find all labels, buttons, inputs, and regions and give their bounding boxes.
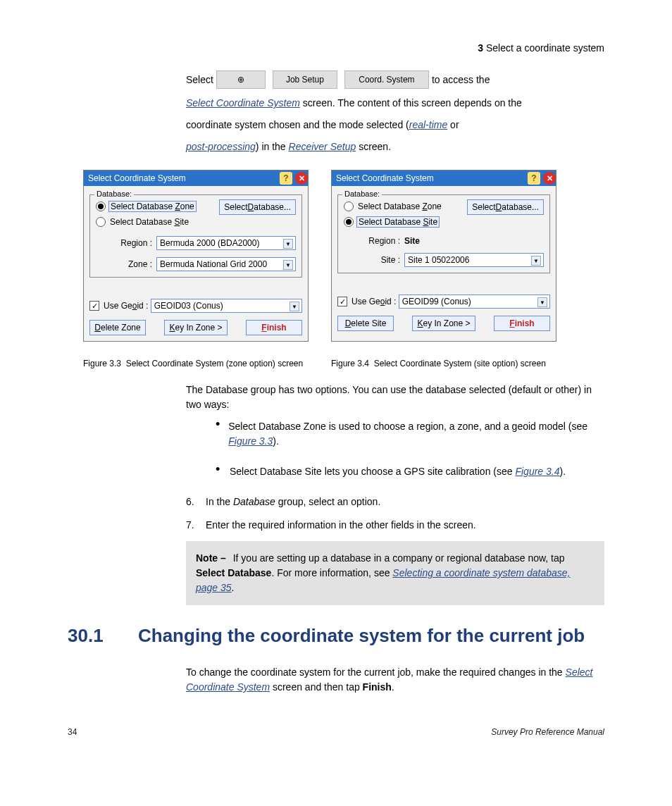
radio-label: Select Database Zone xyxy=(356,202,443,211)
geoid-value: GEOID03 (Conus) xyxy=(154,301,223,311)
label-region: Region : xyxy=(344,236,404,246)
close-icon[interactable]: ✕ xyxy=(295,172,308,185)
finish-button[interactable]: Finish xyxy=(494,316,550,331)
subsection-title: Changing the coordinate system for the c… xyxy=(138,625,585,647)
geoid-value: GEOID99 (Conus) xyxy=(402,297,471,306)
link-post-processing[interactable]: post-processing xyxy=(186,141,256,152)
footer-title: Survey Pro Reference Manual xyxy=(491,727,604,737)
link-real-time[interactable]: real-time xyxy=(409,119,447,130)
page-footer: 34 Survey Pro Reference Manual xyxy=(68,727,604,737)
menu-icon-button[interactable]: ⊕ xyxy=(216,70,266,89)
site-select[interactable]: Site 1 05022006 ▼ xyxy=(404,253,544,267)
radio-select-zone[interactable]: Select Database Zone xyxy=(96,199,197,213)
finish-button[interactable]: Finish xyxy=(246,320,302,335)
link-figure-3-3[interactable]: Figure 3.3 xyxy=(228,435,273,447)
use-geoid-checkbox[interactable]: ✓ xyxy=(89,301,99,311)
link-receiver-setup[interactable]: Receiver Setup xyxy=(289,141,356,152)
txt: Select xyxy=(186,73,213,87)
radio-label: Select Database Zone xyxy=(108,201,197,212)
label-zone: Zone : xyxy=(96,259,156,269)
region-value: Bermuda 2000 (BDA2000) xyxy=(160,238,259,248)
database-group: Database: Select Database Zone Select Da… xyxy=(337,194,550,273)
txt: . xyxy=(392,681,394,693)
menu-item-coordsystem[interactable]: Coord. System xyxy=(344,70,429,89)
instruction-line: coordinate system chosen and the mode se… xyxy=(186,118,604,132)
menu-item-jobsetup[interactable]: Job Setup xyxy=(273,70,337,89)
figure-caption-left: Figure 3.3 Select Coordinate System (zon… xyxy=(83,357,309,370)
delete-site-button[interactable]: Delete Site xyxy=(337,316,394,331)
instruction-line: post-processing) in the Receiver Setup s… xyxy=(186,140,604,154)
titlebar: Select Coordinate System ? ✕ xyxy=(332,170,556,186)
txt: Select Database Zone is used to choose a… xyxy=(228,421,587,432)
txt: In the xyxy=(206,496,233,507)
subsection-header: 30.1 Changing the coordinate system for … xyxy=(68,625,604,647)
region-select[interactable]: Bermuda 2000 (BDA2000) ▼ xyxy=(156,236,296,250)
radio-select-site[interactable]: Select Database Site xyxy=(96,215,197,229)
fig-desc: Select Coordinate System (site option) s… xyxy=(374,359,546,368)
txt: Select Database Site lets you choose a G… xyxy=(230,466,515,477)
group-legend: Database: xyxy=(94,190,134,198)
help-icon[interactable]: ? xyxy=(528,172,540,185)
geoid-select[interactable]: GEOID03 (Conus) ▼ xyxy=(151,299,302,313)
bullet-item: • Select Database Site lets you choose a… xyxy=(216,464,604,479)
radio-icon xyxy=(344,217,354,227)
database-group: Database: Select Database Zone Select Da… xyxy=(89,194,302,278)
figure-caption-right: Figure 3.4 Select Coordinate System (sit… xyxy=(331,357,556,370)
bullet-intro: The Database group has two options. You … xyxy=(186,383,604,412)
subsection-para: To change the coordinate system for the … xyxy=(186,665,604,695)
zone-select[interactable]: Bermuda National Grid 2000 ▼ xyxy=(156,257,296,271)
txt: . For more information, see xyxy=(271,567,392,578)
radio-label: Select Database Site xyxy=(356,216,440,228)
button-ref: Finish xyxy=(363,681,392,693)
subsection-number: 30.1 xyxy=(68,625,138,647)
radio-icon xyxy=(344,202,354,211)
region-static: Site xyxy=(404,236,420,246)
chevron-down-icon: ▼ xyxy=(290,302,299,311)
ui-term: Database xyxy=(233,496,275,507)
txt: ). xyxy=(273,435,279,447)
step-number: 6. xyxy=(186,495,206,509)
chevron-down-icon: ▼ xyxy=(531,256,541,266)
section-number: 3 xyxy=(478,42,483,54)
txt: To change the coordinate system for the … xyxy=(186,666,566,678)
radio-icon xyxy=(96,202,106,211)
menu-path: ⊕ Job Setup Coord. System xyxy=(216,70,429,89)
note-label: Note – xyxy=(196,552,229,564)
select-database-button[interactable]: Select Database... xyxy=(219,199,296,215)
geoid-select[interactable]: GEOID99 (Conus) ▼ xyxy=(399,294,550,309)
txt: group, select an option. xyxy=(275,496,380,507)
chevron-down-icon: ▼ xyxy=(537,297,547,307)
dialog-title: Select Coordinate System xyxy=(336,173,525,183)
bullet-icon: • xyxy=(216,464,230,479)
txt: Enter the required information in the ot… xyxy=(206,518,476,533)
radio-select-site[interactable]: Select Database Site xyxy=(344,215,443,229)
txt: ) in the xyxy=(256,141,289,152)
dialog-select-coord-site: Select Coordinate System ? ✕ Database: S… xyxy=(331,170,556,342)
fig-desc: Select Coordinate System (zone option) s… xyxy=(126,359,303,368)
txt: or xyxy=(447,119,459,130)
txt: If you are setting up a database in a co… xyxy=(233,552,565,564)
radio-select-zone[interactable]: Select Database Zone xyxy=(344,199,443,213)
use-geoid-checkbox[interactable]: ✓ xyxy=(337,297,347,306)
link-figure-3-4[interactable]: Figure 3.4 xyxy=(515,466,559,477)
key-in-zone-button[interactable]: Key In Zone > xyxy=(164,320,227,335)
page-number: 34 xyxy=(68,727,77,737)
dialog-title: Select Coordinate System xyxy=(88,173,277,183)
delete-zone-button[interactable]: Delete Zone xyxy=(89,320,146,335)
key-in-zone-button[interactable]: Key In Zone > xyxy=(412,316,475,331)
use-geoid-label: Use Geoid : xyxy=(104,301,151,311)
select-database-button[interactable]: Select Database... xyxy=(467,199,544,215)
txt: coordinate system chosen and the mode se… xyxy=(186,119,409,130)
step-6: 6. In the Database group, select an opti… xyxy=(186,495,604,509)
note-box: Note – If you are setting up a database … xyxy=(186,541,604,605)
page-header: 3 Select a coordinate system xyxy=(68,42,604,54)
link-select-coordinate-system[interactable]: Select Coordinate System xyxy=(186,97,300,108)
txt: screen. The content of this screen depen… xyxy=(300,97,522,108)
help-icon[interactable]: ? xyxy=(280,172,292,185)
close-icon[interactable]: ✕ xyxy=(543,172,556,185)
dialog-select-coord-zone: Select Coordinate System ? ✕ Database: S… xyxy=(83,170,309,342)
instruction-line: Select ⊕ Job Setup Coord. System to acce… xyxy=(186,70,604,89)
txt: ). xyxy=(560,466,566,477)
chevron-down-icon: ▼ xyxy=(283,260,293,270)
bullet-icon: • xyxy=(216,419,228,449)
